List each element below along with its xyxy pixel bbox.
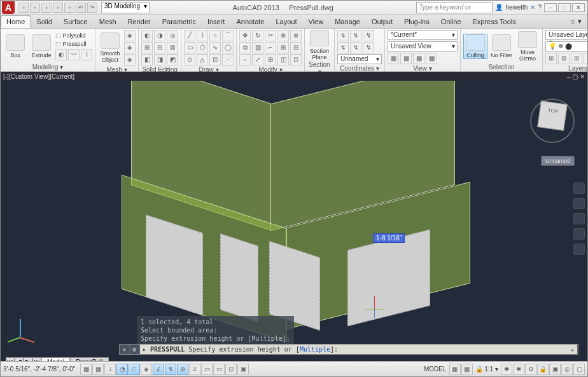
qat-plot-icon[interactable]: ▫ [64,3,74,13]
visual-style-badge[interactable]: Unnamed [541,156,575,166]
orbit-icon[interactable] [573,228,585,240]
viewport-label[interactable]: [-][Custom View][Current] [3,73,74,80]
move-icon[interactable]: ✥ [239,30,251,41]
layout-nav-last-icon[interactable]: ⏭ [32,357,41,361]
viewcube[interactable]: TOP [530,99,575,143]
cmd-expand-icon[interactable]: ▴ [568,345,578,354]
visual-style-dropdown[interactable]: *Current* [388,30,458,40]
draw-icon[interactable]: ⊡ [209,54,221,65]
command-input[interactable]: ▸ PRESSPULL Specify extrusion height or … [140,346,568,353]
tab-mesh[interactable]: Mesh [94,15,122,28]
layout-nav-prev-icon[interactable]: ◀ [15,357,24,361]
tab-output[interactable]: Output [366,15,398,28]
snapmode-icon[interactable]: ▦ [80,364,92,375]
rect-icon[interactable]: ▭ [184,42,195,53]
tab-view[interactable]: View [303,15,330,28]
revolve-icon[interactable]: ◐ [55,49,67,60]
tab-online[interactable]: Online [435,15,467,28]
sc-icon[interactable]: ⊡ [225,364,237,375]
se-icon[interactable]: ◐ [141,30,153,41]
doc-window-controls[interactable]: – ▢ ✕ [567,73,585,80]
sweep-icon[interactable]: 〰 [68,49,80,60]
annoauto-icon[interactable]: ✱ [513,364,524,375]
layout-nav-next-icon[interactable]: ▶ [24,357,32,361]
user-area[interactable]: 👤 hewetth ✕ ? [495,4,542,11]
annotation-scale[interactable]: 🔒 1:1 ▾ [473,366,501,373]
ucs-icon[interactable]: ↯ [350,42,361,53]
box-button[interactable]: Box [3,34,27,58]
layout-tab-model[interactable]: Model [41,357,70,361]
help-search-input[interactable]: Type a keyword or phrase [416,2,493,13]
view-icon[interactable]: ▦ [388,53,399,64]
scale-icon[interactable]: ⤢ [252,54,263,65]
poly-icon[interactable]: ⬠ [197,42,208,53]
rotate-icon[interactable]: ↻ [252,30,263,41]
ucs-icon[interactable]: ↯ [363,42,374,53]
ellipse-icon[interactable]: ◯ [222,42,234,53]
view-icon[interactable]: ▦ [400,53,412,64]
showmotion-icon[interactable] [573,243,585,255]
stretch-icon[interactable]: ↔ [239,54,251,65]
mirror-icon[interactable]: ▥ [252,42,263,53]
mod-icon[interactable]: ⊕ [277,30,289,41]
array-icon[interactable]: ⊞ [265,54,276,65]
ucs-icon[interactable]: ↯ [337,42,349,53]
se-icon[interactable]: ◑ [154,30,165,41]
ucs-icon[interactable]: ↯ [363,30,374,41]
workspace-dropdown[interactable]: 3D Modeling [101,2,150,13]
otrack-icon[interactable]: ∠ [153,364,164,375]
mod-icon[interactable]: ⊟ [290,42,302,53]
panel-title-modeling[interactable]: Modeling ▾ [3,63,92,71]
isolate-icon[interactable]: ◎ [561,364,573,375]
viewcube-face[interactable]: TOP [537,100,567,130]
tab-render[interactable]: Render [122,15,157,28]
layout-tab-presspull[interactable]: PressPull [70,357,108,361]
smooth-object-button[interactable]: Smooth Object [98,32,122,63]
layer-icon[interactable]: ⊞ [545,53,557,64]
draw-icon[interactable]: ◬ [197,54,208,65]
section-plane-button[interactable]: Section Plane [307,30,332,60]
zoom-icon[interactable] [573,213,585,224]
circle-icon[interactable]: ○ [209,30,221,41]
hardware-accel-icon[interactable]: ▣ [549,364,561,375]
mod-icon[interactable]: ⊡ [290,54,302,65]
tab-annotate[interactable]: Annotate [230,15,270,28]
layer-state-dropdown[interactable]: Unsaved Layer State [545,30,588,40]
ucs-icon[interactable]: ↯ [350,30,361,41]
ucs-icon[interactable] [7,313,32,338]
quickview-icon[interactable]: ▦ [449,364,461,375]
ucs-unnamed-dropdown[interactable]: Unnamed [337,54,382,64]
drawing-viewport[interactable]: TOP Unnamed 1-8 1/16" Specify extrusion … [1,81,587,361]
orthomode-icon[interactable]: ⊥ [104,364,116,375]
view-icon[interactable]: ▦ [413,53,424,64]
annovis-icon[interactable]: ✱ [501,364,512,375]
layer-icon[interactable]: ⊞ [584,53,588,64]
se-icon[interactable]: ⊠ [167,42,178,53]
se-icon[interactable]: ⊞ [141,42,153,53]
copy-icon[interactable]: ⧉ [239,42,251,53]
tpy-icon[interactable]: ▭ [201,364,213,375]
command-line[interactable]: ✕ ⚙ ▸ PRESSPULL Specify extrusion height… [119,344,578,355]
coordinate-readout[interactable]: 3'-0 5/16", -2'-4 7/8", 0'-0" [3,366,75,373]
no-filter-button[interactable]: No Filter [489,34,514,58]
toolbar-lock-icon[interactable]: 🔒 [537,364,549,375]
spline-icon[interactable]: ∿ [209,42,221,53]
maximize-button[interactable]: □ [558,3,571,12]
quickview-layouts-icon[interactable]: ▦ [461,364,473,375]
dyn-icon[interactable]: ⊕ [177,364,188,375]
ws-switch-icon[interactable]: ⚙ [525,364,536,375]
se-icon[interactable]: ⊟ [154,42,165,53]
ducs-icon[interactable]: ↯ [165,364,176,375]
se-icon[interactable]: ◩ [167,54,178,65]
layer-icon[interactable]: ⊞ [571,53,582,64]
tab-layout[interactable]: Layout [270,15,302,28]
polysolid-button[interactable]: ⬚ Polysolid [55,32,86,39]
qat-new-icon[interactable]: ▫ [18,3,29,13]
gridmode-icon[interactable]: ▦ [92,364,104,375]
extruded-solid[interactable] [220,233,258,322]
close-button[interactable]: ✕ [572,3,585,12]
se-icon[interactable]: ◨ [154,54,165,65]
lwt-icon[interactable]: ≡ [189,364,200,375]
3dosnap-icon[interactable]: ◈ [141,364,152,375]
draw-icon[interactable]: ⊙ [184,54,195,65]
